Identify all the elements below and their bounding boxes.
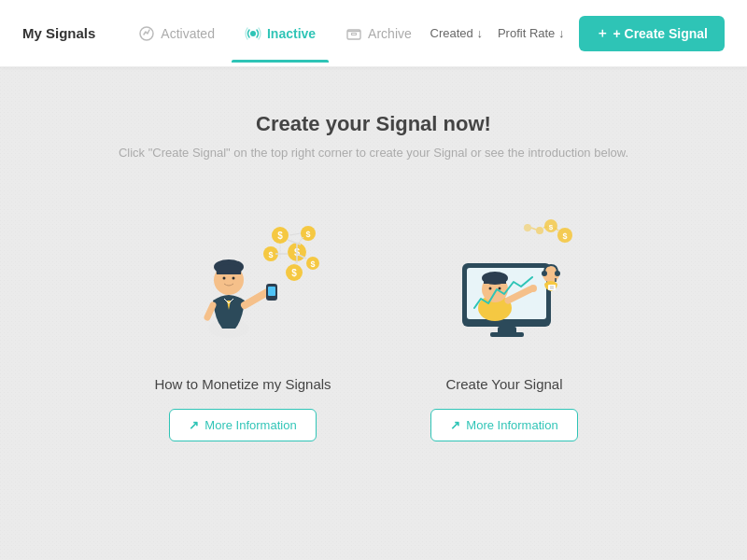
svg-point-1	[250, 31, 256, 36]
svg-rect-34	[490, 332, 524, 337]
create-signal-illustration: $ $	[420, 204, 588, 354]
sort-profit-button[interactable]: Profit Rate ↓	[498, 26, 565, 40]
card-create-signal: $ $ Create Your Signal ↗ More Informatio…	[411, 204, 598, 441]
svg-text:$: $	[562, 231, 567, 241]
external-link-icon-2: ↗	[450, 418, 460, 432]
svg-line-29	[289, 233, 301, 235]
tab-inactive[interactable]: Inactive	[232, 18, 329, 49]
header-right: Created ↓ Profit Rate ↓ ＋ + Create Signa…	[430, 16, 725, 51]
tab-activated-label: Activated	[161, 26, 215, 41]
svg-point-38	[489, 287, 492, 289]
tab-archive[interactable]: Archive	[332, 18, 425, 49]
card-monetize: $ $ $ $ $ $	[149, 204, 336, 441]
tab-archive-label: Archive	[368, 26, 412, 41]
cards-row: $ $ $ $ $ $	[149, 204, 598, 441]
svg-rect-10	[268, 287, 275, 296]
create-signal-button[interactable]: ＋ + Create Signal	[579, 16, 725, 51]
plus-icon: ＋	[596, 25, 609, 42]
nav-tabs: Activated Inactive	[125, 18, 430, 49]
svg-point-43	[555, 271, 560, 276]
archive-icon	[345, 25, 362, 42]
svg-text:$: $	[310, 259, 315, 269]
svg-point-51	[536, 227, 543, 234]
header: My Signals Activated	[0, 0, 747, 67]
chart-icon	[138, 25, 155, 42]
card-create-label: Create Your Signal	[445, 376, 562, 392]
svg-rect-44	[548, 285, 556, 290]
external-link-icon: ↗	[189, 418, 199, 432]
svg-point-40	[529, 285, 537, 292]
monetize-illustration: $ $ $ $ $ $	[159, 204, 327, 354]
main-subtext: Click "Create Signal" on the top right c…	[119, 146, 628, 160]
create-signal-more-info-button[interactable]: ↗ More Information	[430, 409, 577, 441]
svg-line-53	[531, 228, 536, 230]
tab-inactive-label: Inactive	[267, 26, 316, 41]
tab-activated[interactable]: Activated	[125, 18, 228, 49]
svg-point-52	[524, 224, 531, 231]
svg-point-8	[233, 276, 235, 279]
svg-rect-3	[352, 33, 357, 35]
svg-text:$: $	[291, 268, 297, 278]
svg-text:$: $	[268, 250, 273, 259]
svg-text:$: $	[277, 231, 283, 241]
svg-point-7	[223, 276, 226, 279]
monetize-more-info-button[interactable]: ↗ More Information	[169, 409, 316, 441]
signal-icon	[245, 25, 261, 42]
main-heading: Create your Signal now!	[256, 112, 491, 136]
svg-line-54	[543, 227, 547, 228]
svg-text:$: $	[549, 223, 554, 231]
svg-point-42	[542, 271, 547, 276]
header-title: My Signals	[22, 25, 95, 41]
sort-created-button[interactable]: Created ↓	[430, 26, 483, 40]
svg-text:$: $	[305, 230, 310, 239]
main-content: Create your Signal now! Click "Create Si…	[0, 67, 747, 441]
card-monetize-label: How to Monetize my Signals	[154, 376, 331, 392]
